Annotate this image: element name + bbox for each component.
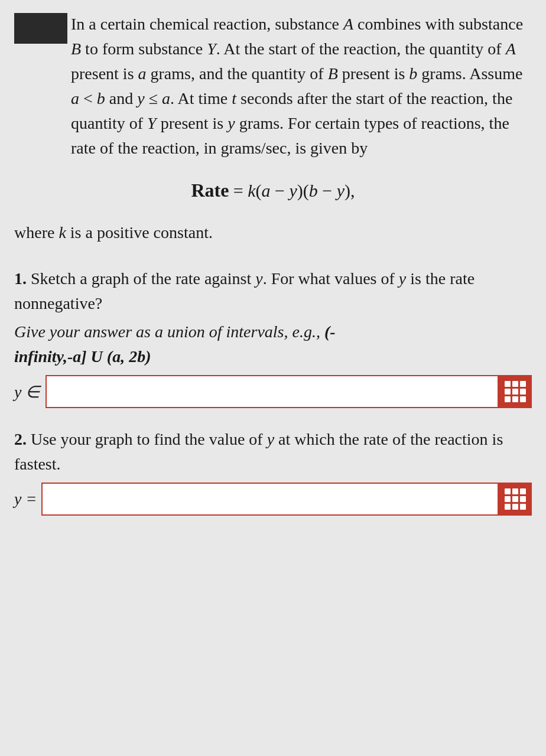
question-2-block: 2. Use your graph to find the value of y… xyxy=(14,427,532,516)
q1-instruction: Give your answer as a union of intervals… xyxy=(14,320,532,369)
q2-answer-input[interactable] xyxy=(41,483,499,516)
question-1-block: 1. Sketch a graph of the rate against y.… xyxy=(14,266,532,408)
q1-grid-button[interactable] xyxy=(499,375,532,408)
q1-number: 1. xyxy=(14,269,27,288)
redacted-image xyxy=(14,13,67,44)
q2-answer-row: y = xyxy=(14,483,532,516)
q2-grid-button[interactable] xyxy=(499,483,532,516)
rate-equation: Rate = k(a − y)(b − y), xyxy=(14,180,532,201)
problem-paragraph: In a certain chemical reaction, substanc… xyxy=(14,12,532,161)
q1-grid-icon xyxy=(505,381,526,402)
content-area: In a certain chemical reaction, substanc… xyxy=(14,12,532,516)
where-k-text: where k is a positive constant. xyxy=(14,220,532,245)
q1-answer-label: y ∈ xyxy=(14,382,40,402)
question-2-text: 2. Use your graph to find the value of y… xyxy=(14,427,532,477)
q1-answer-row: y ∈ xyxy=(14,375,532,408)
q2-grid-icon xyxy=(505,488,526,510)
question-1-text: 1. Sketch a graph of the rate against y.… xyxy=(14,266,532,316)
rate-equation-text: Rate = k(a − y)(b − y), xyxy=(191,181,355,200)
q2-number: 2. xyxy=(14,430,27,448)
intro-text-start: In a certain chemical reaction, substanc… xyxy=(71,12,532,161)
q1-answer-input[interactable] xyxy=(46,375,499,408)
q2-answer-label: y = xyxy=(14,490,37,509)
